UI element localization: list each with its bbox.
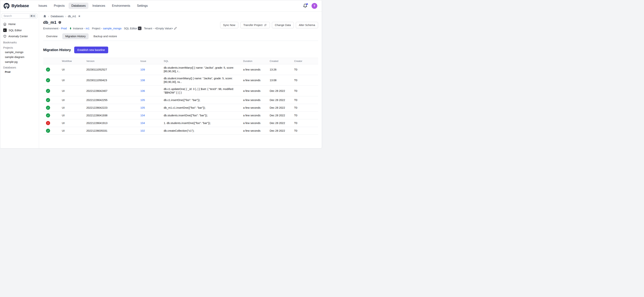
issue-link[interactable]: 108 (140, 79, 145, 82)
created-cell: 13:08 (267, 77, 291, 84)
environment-label: Environment - (43, 27, 60, 30)
nav-item-settings[interactable]: Settings (134, 3, 151, 9)
sidebar-item-label: Anomaly Center (8, 35, 28, 38)
breadcrumb: › Databases › db_m1 ★ (43, 15, 318, 18)
home-icon (3, 23, 6, 26)
tab-overview[interactable]: Overview (43, 33, 60, 39)
nav-item-issues[interactable]: Issues (36, 3, 50, 9)
success-check-icon: ✓ (46, 78, 50, 82)
edit-pencil-icon[interactable] (174, 27, 177, 30)
col-created: Created (267, 58, 291, 64)
chevron-right-icon: › (65, 15, 66, 18)
created-cell: Dec 28 2022 (267, 112, 291, 119)
project-label: Project - (92, 27, 102, 30)
success-check-icon: ✓ (46, 98, 50, 102)
creator-cell: T0 (291, 97, 318, 104)
issue-link[interactable]: 104 (140, 114, 145, 117)
tenant-meta: Tenant - <Empty Value> (144, 27, 176, 30)
sidebar-section-bookmarks: Bookmarks (0, 39, 39, 45)
sql-editor-label: SQL Editor (124, 27, 137, 30)
col-issue: Issue (137, 58, 161, 64)
col-workflow: Workflow (59, 58, 83, 64)
tab-divider (43, 41, 318, 41)
table-cell: ! (43, 119, 59, 127)
breadcrumb-db-m1[interactable]: db_m1 (68, 15, 76, 18)
transfer-project-button[interactable]: Transfer Project (240, 22, 270, 28)
sidebar-item-sql-editor[interactable]: >_ SQL Editor (0, 27, 39, 33)
duration-cell: a few seconds (240, 77, 267, 84)
sql-cell: db.createCollection("c1"); (161, 127, 240, 134)
workflow-cell: UI (59, 97, 83, 104)
table-cell: ✓ (43, 104, 59, 111)
breadcrumb-home-button[interactable] (43, 15, 46, 18)
tab-migration-history[interactable]: Migration History (62, 33, 88, 39)
search-input[interactable] (4, 15, 22, 18)
search-shortcut-kbd: ⌘ K (29, 14, 36, 18)
col-duration: Duration (240, 58, 267, 64)
bytebase-logo-icon (3, 3, 10, 9)
sidebar-project-sample-diagram[interactable]: sample-diagram (0, 55, 39, 60)
table-cell: 109 (137, 66, 161, 73)
nav-item-projects[interactable]: Projects (51, 3, 68, 9)
issue-link[interactable]: 102 (140, 129, 145, 132)
creator-cell: T0 (291, 112, 318, 119)
duration-cell: a few seconds (240, 112, 267, 119)
sidebar-project-sample-pg[interactable]: sample-pg (0, 60, 39, 64)
success-check-icon: ✓ (46, 113, 50, 117)
notifications-button[interactable] (303, 4, 308, 8)
instance-link[interactable]: m1 (86, 27, 90, 30)
avatar[interactable]: T (312, 3, 317, 9)
version-cell: 20230111052527 (83, 66, 137, 73)
nav-item-environments[interactable]: Environments (109, 3, 133, 9)
table-row: ✓UI20221228042255105db.c1.insertOne({"fo… (43, 96, 318, 104)
workflow-cell: UI (59, 127, 83, 134)
instance-label: Instance - (73, 27, 85, 30)
migration-history-table: Workflow Version Issue SQL Duration Crea… (43, 58, 318, 135)
issue-link[interactable]: 104 (140, 122, 145, 125)
nav-item-instances[interactable]: Instances (90, 3, 108, 9)
issue-link[interactable]: 106 (140, 89, 145, 92)
button-label: Transfer Project (243, 24, 262, 27)
sync-now-button[interactable]: Sync Now (220, 22, 238, 28)
environment-link[interactable]: Prod (61, 27, 67, 30)
created-cell: 13:26 (267, 66, 291, 73)
table-cell: 104 (137, 120, 161, 127)
sidebar-item-anomaly-center[interactable]: Anomaly Center (0, 33, 39, 39)
workflow-cell: UI (59, 88, 83, 94)
issue-link[interactable]: 105 (140, 99, 145, 102)
creator-cell: T0 (291, 127, 318, 134)
app-window: Bytebase Issues Projects Databases Insta… (0, 0, 322, 149)
issue-link[interactable]: 109 (140, 68, 145, 71)
topbar-right: T (303, 3, 317, 9)
sql-cell: db.students.insertMany([ { name: "Jacika… (161, 64, 240, 75)
terminal-icon[interactable]: >_ (138, 27, 142, 30)
establish-baseline-button[interactable]: Establish new baseline (74, 47, 108, 53)
sidebar-database-prod[interactable]: Prod (0, 70, 39, 74)
change-data-button[interactable]: Change Data (272, 22, 294, 28)
duration-cell: a few seconds (240, 97, 267, 104)
sidebar-item-home[interactable]: Home (0, 21, 39, 27)
project-link[interactable]: sample_mongo (103, 27, 122, 30)
tab-backup-and-restore[interactable]: Backup and restore (90, 33, 120, 39)
migration-history-header: Migration History Establish new baseline (43, 47, 318, 53)
col-version: Version (83, 58, 137, 64)
created-cell: Dec 28 2022 (267, 127, 291, 134)
sidebar-project-sample-mongo[interactable]: sample_mongo (0, 50, 39, 55)
success-check-icon: ✓ (46, 129, 50, 133)
breadcrumb-databases[interactable]: Databases (51, 15, 64, 18)
version-cell: 20221228042255 (83, 97, 137, 104)
duration-cell: a few seconds (240, 66, 267, 73)
alter-schema-button[interactable]: Alter Schema (296, 22, 318, 28)
nav-item-databases[interactable]: Databases (68, 3, 88, 9)
favorite-star-icon[interactable]: ★ (78, 15, 81, 18)
instance-meta: Instance - m1 (69, 27, 90, 30)
bytebase-logo[interactable]: Bytebase (3, 3, 29, 9)
duration-cell: a few seconds (240, 120, 267, 127)
search-box[interactable]: ⌘ K (2, 13, 38, 19)
chevron-right-icon: › (48, 15, 49, 18)
version-cell: 20230111050423 (83, 77, 137, 84)
created-cell: Dec 28 2022 (267, 97, 291, 104)
table-row: ✓UI20230111052527109db.students.insertMa… (43, 64, 318, 75)
issue-link[interactable]: 105 (140, 106, 145, 109)
created-cell: Dec 28 2022 (267, 104, 291, 111)
